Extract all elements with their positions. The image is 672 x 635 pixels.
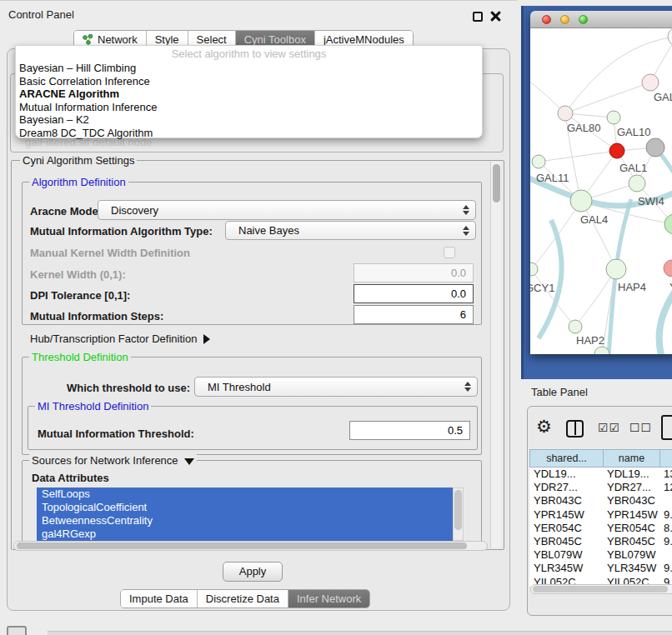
sources-group-title[interactable]: Sources for Network Inference xyxy=(29,454,197,467)
mi-steps-label: Mutual Information Steps: xyxy=(30,310,163,322)
node-salmon[interactable] xyxy=(664,260,672,277)
chevron-right-icon xyxy=(203,334,210,344)
list-item-gal4rgexp[interactable]: gal4RGexp xyxy=(37,528,453,541)
zoom-traffic-light-icon[interactable] xyxy=(579,15,588,24)
algorithm-option-bayesian-k2[interactable]: Bayesian – K2 xyxy=(16,113,482,127)
float-window-icon[interactable] xyxy=(473,12,483,22)
chevron-down-icon xyxy=(184,458,194,465)
mi-threshold-field[interactable] xyxy=(349,421,470,440)
threshold-definition-title: Threshold Definition xyxy=(29,351,131,363)
node-swi4[interactable] xyxy=(664,214,672,234)
dpi-tolerance-field[interactable] xyxy=(354,284,474,303)
aracne-mode-label: Aracne Mode: xyxy=(30,205,102,218)
algorithm-option-dream8[interactable]: Dream8 DC_TDC Algorithm xyxy=(16,127,482,140)
table-row[interactable]: YPR145WYPR145W9. xyxy=(529,508,672,522)
show-columns-icon[interactable]: ☑☑ xyxy=(598,421,620,434)
attributes-scrollbar-thumb[interactable] xyxy=(454,490,462,530)
node-table: shared... name YDL19...YDL19...13 YDR27.… xyxy=(529,449,672,587)
table-header-row: shared... name xyxy=(529,449,672,468)
node-gcy1[interactable] xyxy=(530,262,538,276)
kernel-width-field[interactable] xyxy=(354,263,474,282)
mi-steps-field[interactable] xyxy=(354,305,474,324)
combo-stepper-icon xyxy=(464,382,471,392)
attributes-scrollbar[interactable] xyxy=(453,488,464,541)
node-gal-cut[interactable] xyxy=(642,74,659,91)
algorithm-dropdown: Select algorithm to view settings Bayesi… xyxy=(15,45,483,138)
columns-icon[interactable] xyxy=(566,420,584,438)
table-row[interactable]: YBR045CYBR045C9. xyxy=(529,535,672,548)
network-desktop: GAL80 GAL10 GAL1 GAL11 SWI4 GAL4 GCY1 HA… xyxy=(521,6,672,379)
algorithm-option-aracne[interactable]: ARACNE Algorithm xyxy=(16,88,482,101)
network-graph: GAL80 GAL10 GAL1 GAL11 SWI4 GAL4 GCY1 HA… xyxy=(530,28,672,354)
node-gal11[interactable] xyxy=(532,155,545,168)
node-hap4[interactable] xyxy=(606,259,626,279)
table-row[interactable]: YER054CYER054C8. xyxy=(529,522,672,535)
settings-scrollbar[interactable] xyxy=(490,162,501,548)
network-window-titlebar[interactable] xyxy=(530,11,672,28)
node-gray[interactable] xyxy=(646,138,664,157)
node-hap2[interactable] xyxy=(569,320,582,333)
algorithm-definition-title: Algorithm Definition xyxy=(29,176,128,188)
node-label-gal-cut: GAL xyxy=(654,91,672,103)
settings-horizontal-scrollbar[interactable] xyxy=(13,541,488,551)
node-gal1[interactable] xyxy=(629,175,645,192)
table-row[interactable]: YDL19...YDL19...13 xyxy=(529,468,672,481)
node-gal4[interactable] xyxy=(570,190,592,212)
close-traffic-light-icon[interactable] xyxy=(542,15,551,24)
tab-impute-data[interactable]: Impute Data xyxy=(121,590,198,608)
aracne-mode-select[interactable]: Discovery xyxy=(98,200,476,220)
list-item-betweennesscentrality[interactable]: BetweennessCentrality xyxy=(37,514,453,528)
list-item-selfloops[interactable]: SelfLoops xyxy=(37,488,453,501)
settings-horizontal-scrollbar-thumb[interactable] xyxy=(17,542,467,549)
settings-scrollbar-thumb[interactable] xyxy=(493,164,500,202)
dpi-tolerance-label: DPI Tolerance [0,1]: xyxy=(30,289,130,302)
node-label-gal80: GAL80 xyxy=(567,122,600,134)
hide-columns-icon[interactable]: ☐☐ xyxy=(629,421,652,434)
tab-infer-network[interactable]: Infer Network xyxy=(288,590,369,608)
network-canvas[interactable]: GAL80 GAL10 GAL1 GAL11 SWI4 GAL4 GCY1 HA… xyxy=(530,28,672,354)
manual-kernel-width-checkbox[interactable] xyxy=(444,247,455,258)
table-horizontal-scrollbar-thumb[interactable] xyxy=(533,586,668,592)
algorithm-option-mutual-information[interactable]: Mutual Information Inference xyxy=(16,101,482,114)
node-label-gal11: GAL11 xyxy=(536,172,569,184)
table-row[interactable]: YBL079WYBL079W xyxy=(529,548,672,562)
node-gal80[interactable] xyxy=(558,106,573,121)
which-threshold-label: Which threshold to use: xyxy=(67,382,190,394)
gear-icon[interactable]: ⚙ xyxy=(536,417,552,437)
node-gal10[interactable] xyxy=(607,111,620,124)
algorithm-option-basic-correlation[interactable]: Basic Correlation Inference xyxy=(16,75,482,88)
table-panel-region: Table Panel ⚙ ☑☑ ☐☐ shared... name YDL19… xyxy=(521,379,672,635)
which-threshold-select[interactable]: MI Threshold xyxy=(194,377,478,397)
node-label-hap4: HAP4 xyxy=(618,281,646,293)
table-horizontal-scrollbar[interactable] xyxy=(530,584,672,594)
apply-button[interactable]: Apply xyxy=(223,562,283,582)
node-red-selected[interactable] xyxy=(609,143,624,158)
minimized-panel-icon[interactable] xyxy=(7,626,27,635)
network-view-window[interactable]: GAL80 GAL10 GAL1 GAL11 SWI4 GAL4 GCY1 HA… xyxy=(530,11,672,354)
data-attributes-label: Data Attributes xyxy=(32,472,109,484)
list-item-topologicalcoefficient[interactable]: TopologicalCoefficient xyxy=(37,501,453,514)
algorithm-option-bayesian-hill-climbing[interactable]: Bayesian – Hill Climbing xyxy=(16,62,482,75)
data-attributes-list: SelfLoops TopologicalCoefficient Between… xyxy=(37,488,464,541)
export-table-icon[interactable] xyxy=(661,415,672,440)
node-label-gal4: GAL4 xyxy=(580,213,608,226)
node-label-gal1: GAL1 xyxy=(619,162,647,174)
column-header-name[interactable]: name xyxy=(603,449,659,468)
node-label-swi4: SWI4 xyxy=(638,195,664,208)
node-unlabeled-top[interactable] xyxy=(668,28,672,46)
hub-factor-expander[interactable]: Hub/Transcription Factor Definition xyxy=(30,332,210,345)
node-label-gcy1: GCY1 xyxy=(530,282,554,294)
minimize-traffic-light-icon[interactable] xyxy=(560,15,569,24)
table-row[interactable]: YDR27...YDR27...12 xyxy=(529,481,672,494)
cyni-mode-tab-bar: Impute Data Discretize Data Infer Networ… xyxy=(120,589,370,608)
column-header-shared-name[interactable]: shared... xyxy=(529,449,603,468)
mi-algorithm-type-select[interactable]: Naive Bayes xyxy=(225,221,476,240)
cyni-algorithm-settings-title: Cyni Algorithm Settings xyxy=(20,154,137,167)
table-row[interactable]: YBR043CYBR043C xyxy=(529,494,672,508)
column-header-cut[interactable] xyxy=(659,449,672,468)
table-row[interactable]: YLR345WYLR345W9. xyxy=(529,562,672,575)
close-icon[interactable] xyxy=(490,11,501,22)
tab-discretize-data[interactable]: Discretize Data xyxy=(198,590,288,608)
combo-stepper-icon xyxy=(463,205,469,215)
manual-kernel-width-label: Manual Kernel Width Definition xyxy=(30,247,190,259)
